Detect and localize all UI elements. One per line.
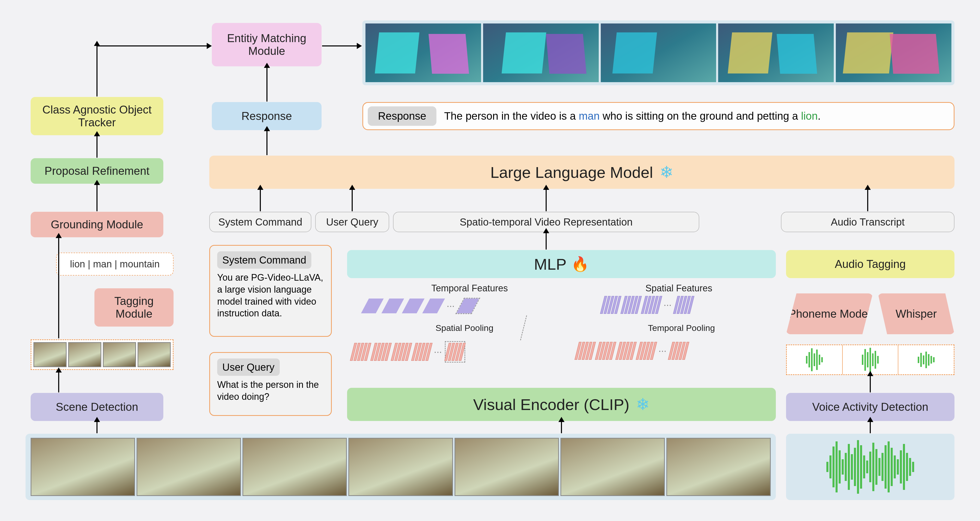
scene-frame <box>68 342 101 367</box>
whisper-module: Whisper <box>878 294 955 334</box>
system-command-pill-label: System Command <box>218 216 302 228</box>
user-query-pill: User Query <box>315 212 389 232</box>
arrow <box>58 373 59 392</box>
user-query-pill-label: User Query <box>326 216 379 228</box>
audio-segment <box>843 345 899 374</box>
video-frame <box>137 438 241 496</box>
entity-matching-module: Entitiy Matching Module <box>212 23 321 66</box>
visual-encoder-module: Visual Encoder (CLIP) ❄ <box>347 388 776 421</box>
video-frame <box>560 438 665 496</box>
proposal-refinement-label: Proposal Refinement <box>45 165 150 177</box>
spatial-pooling-label: Spatial Pooling <box>418 321 511 334</box>
scene-frame <box>103 342 136 367</box>
response-mid: who is sitting on the ground and petting… <box>600 110 801 122</box>
response-output: Response The person in the video is a ma… <box>363 102 955 130</box>
response-box-label: Response <box>242 110 292 122</box>
temporal-features-label: Temporal Features <box>416 281 523 296</box>
spatial-features-label: Spatial Features <box>633 281 725 296</box>
response-prefix: The person in the video is a <box>444 110 579 122</box>
arrow <box>352 190 353 211</box>
arrow <box>546 233 547 249</box>
audio-segments <box>786 345 955 375</box>
audio-tagging-label: Audio Tagging <box>835 258 906 270</box>
scene-detection-label: Scene Detection <box>56 400 138 413</box>
user-query-prompt: User Query What is the person in the vid… <box>209 352 332 416</box>
response-entity-lion: lion <box>801 110 818 122</box>
output-segmentation-strip <box>363 21 955 85</box>
output-frame <box>718 24 834 82</box>
grounding-module: Grounding Module <box>30 212 163 237</box>
arrow <box>97 46 97 97</box>
system-command-title: System Command <box>217 251 311 268</box>
grounding-module-label: Grounding Module <box>51 218 143 231</box>
video-frame <box>455 438 559 496</box>
fire-icon: 🔥 <box>571 256 589 273</box>
arrow <box>97 422 97 433</box>
mlp-label: MLP <box>534 255 566 273</box>
arrow <box>97 136 97 158</box>
whisper-label: Whisper <box>896 307 937 320</box>
temporal-pooling-label: Temporal Pooling <box>633 321 730 334</box>
arrow <box>260 190 261 211</box>
response-entity-man: man <box>579 110 600 122</box>
entity-matching-label: Entitiy Matching Module <box>212 32 321 57</box>
arrow <box>97 45 207 46</box>
audio-transcript-pill-label: Audio Transcript <box>831 216 904 228</box>
system-command-body: You are PG-Video-LLaVA, a large vision l… <box>217 272 324 319</box>
system-command-pill: System Command <box>209 212 311 232</box>
scene-frame <box>138 342 171 367</box>
video-frame <box>242 438 347 496</box>
tags-example-text: lion | man | mountain <box>70 259 159 270</box>
video-repr-pill-label: Spatio-temporal Video Representation <box>460 216 632 228</box>
audio-transcript-pill: Audio Transcript <box>781 212 955 232</box>
scene-frame-strip <box>30 339 173 370</box>
video-frame <box>667 438 771 496</box>
arrow <box>266 68 267 102</box>
video-frame-strip <box>30 438 771 496</box>
visual-encoder-label: Visual Encoder (CLIP) <box>473 396 629 414</box>
pooling-link <box>520 315 527 340</box>
temporal-pooling-blocks: ··· <box>577 342 687 360</box>
user-query-title: User Query <box>217 359 280 376</box>
audio-waveform <box>794 439 947 495</box>
audio-segment <box>898 345 954 374</box>
arrow <box>97 185 97 211</box>
arrow <box>58 238 59 338</box>
response-chip: Response <box>368 106 436 126</box>
object-tracker-label: Class Agnostic Object Tracker <box>30 103 163 129</box>
phoneme-model-module: Phoneme Model <box>786 294 873 334</box>
vad-label: Voice Activity Detection <box>812 400 928 413</box>
arrow <box>870 376 871 392</box>
output-frame <box>366 24 481 82</box>
arrow <box>546 190 547 211</box>
scene-frame <box>33 342 67 367</box>
llm-label: Large Language Model <box>490 163 653 181</box>
tagging-module: Tagging Module <box>94 288 173 327</box>
arrow <box>266 131 267 155</box>
video-frame <box>30 438 135 496</box>
spatial-feature-blocks: ··· <box>602 296 692 314</box>
user-query-body: What is the person in the video doing? <box>217 379 324 403</box>
phoneme-model-label: Phoneme Model <box>789 307 870 320</box>
audio-tagging-module: Audio Tagging <box>786 250 955 278</box>
object-tracker-module: Class Agnostic Object Tracker <box>30 97 163 135</box>
video-frame <box>348 438 453 496</box>
system-command-prompt: System Command You are PG-Video-LLaVA, a… <box>209 245 332 337</box>
arrow <box>322 45 357 46</box>
mlp-module: MLP 🔥 <box>347 250 776 278</box>
audio-segment <box>787 345 843 374</box>
response-suffix: . <box>818 110 821 122</box>
output-frame <box>601 24 716 82</box>
response-text: The person in the video is a man who is … <box>444 110 821 122</box>
arrow <box>561 422 562 433</box>
llm-module: Large Language Model ❄ <box>209 156 955 189</box>
tags-example: lion | man | mountain <box>56 253 173 276</box>
tagging-module-label: Tagging Module <box>94 295 173 320</box>
snowflake-icon: ❄ <box>636 395 650 414</box>
output-frame <box>836 24 951 82</box>
arrow <box>867 190 868 211</box>
snowflake-icon: ❄ <box>660 163 673 182</box>
output-frame <box>483 24 599 82</box>
temporal-feature-blocks: ··· <box>365 299 475 313</box>
spatial-pooling-blocks: ··· <box>352 342 465 362</box>
